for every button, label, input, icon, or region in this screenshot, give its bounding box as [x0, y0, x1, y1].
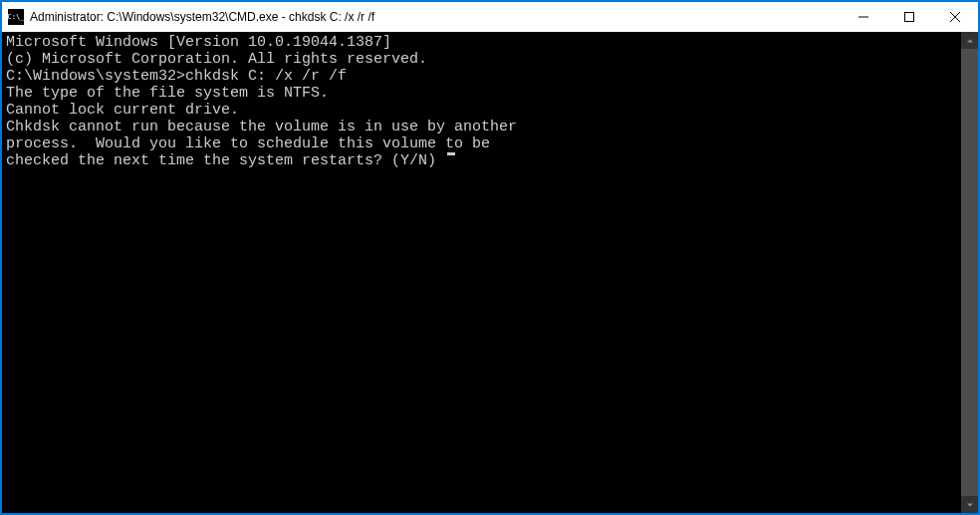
vertical-scrollbar[interactable] — [961, 32, 978, 513]
console-line: Microsoft Windows [Version 10.0.19044.13… — [6, 34, 957, 51]
console-line: C:\Windows\system32>chkdsk C: /x /r /f — [6, 68, 957, 85]
console-prompt-line: checked the next time the system restart… — [6, 152, 957, 169]
minimize-button[interactable] — [841, 2, 886, 32]
console-line: Chkdsk cannot run because the volume is … — [6, 119, 957, 135]
console-output[interactable]: Microsoft Windows [Version 10.0.19044.13… — [2, 32, 961, 513]
window: Administrator: C:\Windows\system32\CMD.e… — [1, 1, 979, 514]
scrollbar-track[interactable] — [961, 49, 978, 496]
console-line: Cannot lock current drive. — [6, 102, 957, 119]
cmd-icon — [8, 9, 24, 25]
svg-rect-0 — [858, 17, 868, 18]
chevron-up-icon — [966, 37, 974, 45]
console-body: Microsoft Windows [Version 10.0.19044.13… — [2, 32, 978, 513]
svg-rect-1 — [905, 13, 914, 22]
close-button[interactable] — [932, 2, 978, 32]
window-title: Administrator: C:\Windows\system32\CMD.e… — [30, 10, 841, 24]
scrollbar-up-button[interactable] — [961, 32, 978, 49]
maximize-button[interactable] — [886, 2, 932, 32]
titlebar[interactable]: Administrator: C:\Windows\system32\CMD.e… — [2, 2, 978, 32]
chevron-down-icon — [966, 501, 974, 509]
scrollbar-down-button[interactable] — [961, 496, 978, 513]
console-line: (c) Microsoft Corporation. All rights re… — [6, 51, 957, 68]
maximize-icon — [904, 12, 914, 22]
console-line: The type of the file system is NTFS. — [6, 85, 957, 102]
close-icon — [950, 12, 960, 22]
scrollbar-thumb[interactable] — [961, 49, 978, 496]
console-line: process. Would you like to schedule this… — [6, 135, 957, 152]
window-controls — [841, 2, 978, 32]
cursor — [447, 152, 455, 155]
console-line: checked the next time the system restart… — [6, 152, 445, 169]
minimize-icon — [858, 12, 868, 22]
